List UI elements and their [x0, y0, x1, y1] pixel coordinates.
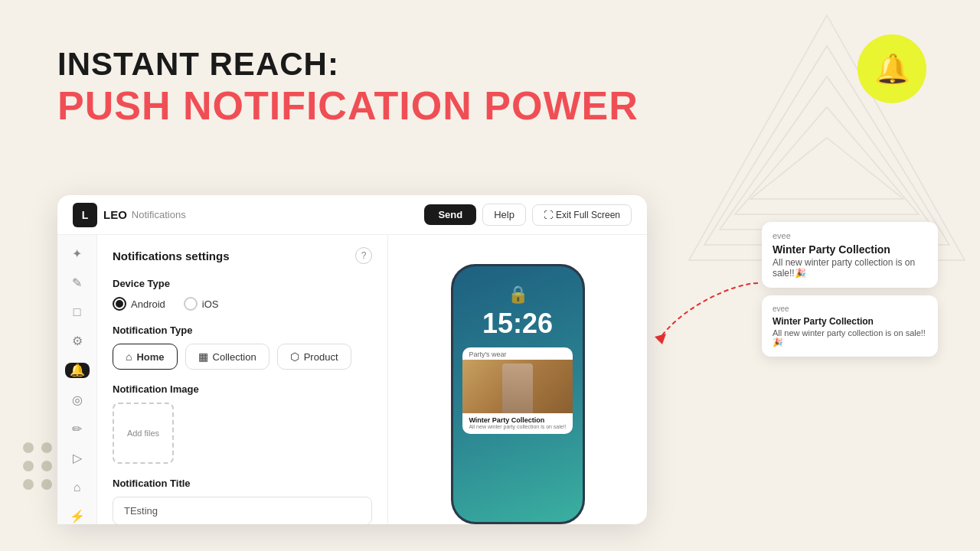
ios-radio[interactable]: iOS [184, 297, 219, 311]
phone-screen: 🔒 15:26 Party's wear Winter Party Collec… [453, 266, 583, 522]
notif-app-name-2: evee [773, 305, 927, 313]
type-btn-collection[interactable]: ▦ Collection [185, 344, 270, 370]
dot [23, 461, 34, 471]
phone-card-image [462, 360, 572, 413]
app-subtitle: Notifications [132, 209, 186, 220]
notification-title-label: Notification Title [113, 478, 372, 489]
sidebar-icon-bolt[interactable]: ⚡ [65, 509, 90, 524]
home-type-label: Home [136, 351, 164, 363]
exit-label: Exit Full Screen [556, 210, 620, 220]
phone-card-footer: Winter Party Collection All new winter p… [462, 413, 572, 434]
phone-mockup: 🔒 15:26 Party's wear Winter Party Collec… [451, 264, 585, 524]
header-line2: PUSH NOTIFICATION POWER [57, 83, 639, 129]
phone-card-figure [502, 364, 533, 413]
bell-circle: 🔔 [858, 34, 926, 103]
phone-area: 🔒 15:26 Party's wear Winter Party Collec… [388, 235, 647, 524]
ios-radio-outer [184, 297, 198, 311]
send-button[interactable]: Send [424, 204, 476, 225]
svg-marker-3 [735, 107, 919, 214]
notification-card-small: evee Winter Party Collection All new win… [762, 295, 938, 357]
sidebar-icon-sparkle[interactable]: ✦ [65, 246, 90, 261]
app-header-actions: Send Help ⛶ Exit Full Screen [424, 204, 632, 226]
sidebar-icon-doc[interactable]: □ [65, 304, 90, 319]
notif-desc-2: All new winter party collection is on sa… [773, 328, 927, 347]
sidebar-icon-notification[interactable]: 🔔 [65, 363, 90, 378]
sidebar-icon-play[interactable]: ▷ [65, 450, 90, 465]
phone-card-label: Party's wear [462, 347, 572, 360]
help-button[interactable]: Help [482, 204, 526, 226]
bell-icon: 🔔 [874, 52, 910, 86]
notification-type-buttons: ⌂ Home ▦ Collection ⬡ Product [113, 344, 372, 370]
notification-card-large: evee Winter Party Collection All new win… [762, 222, 938, 288]
product-type-label: Product [304, 351, 338, 363]
settings-title: Notifications settings [113, 249, 230, 262]
notif-title-1: Winter Party Collection [773, 243, 927, 256]
settings-header: Notifications settings ? [113, 247, 372, 264]
sidebar-icon-pen[interactable]: ✏ [65, 421, 90, 436]
upload-box[interactable]: Add files [113, 403, 174, 464]
exit-fullscreen-button[interactable]: ⛶ Exit Full Screen [532, 204, 632, 226]
android-label: Android [131, 298, 165, 310]
app-name: LEO [103, 208, 127, 221]
collection-type-label: Collection [213, 351, 256, 363]
phone-card-title: Winter Party Collection [469, 416, 566, 424]
device-type-section: Device Type Android iOS [113, 278, 372, 311]
phone-time: 15:26 [482, 308, 553, 340]
product-type-icon: ⬡ [290, 350, 299, 363]
type-btn-home[interactable]: ⌂ Home [113, 344, 178, 370]
sidebar-nav: ✦ ✎ □ ⚙ 🔔 ◎ ✏ ▷ ⌂ ⚡ [57, 235, 97, 524]
dot [41, 442, 52, 453]
dot [41, 461, 52, 471]
device-type-radio-group: Android iOS [113, 297, 372, 311]
notification-image-label: Notification Image [113, 383, 372, 395]
phone-card-desc: All new winter party collection is on sa… [469, 424, 566, 429]
ios-label: iOS [202, 298, 219, 310]
logo-text: L [82, 209, 89, 221]
notification-title-section: Notification Title [113, 478, 372, 524]
notification-image-section: Notification Image Add files [113, 383, 372, 464]
device-type-label: Device Type [113, 278, 372, 289]
header-section: INSTANT REACH: PUSH NOTIFICATION POWER [57, 46, 639, 129]
settings-help-icon[interactable]: ? [355, 247, 372, 264]
phone-notification-card: Party's wear Winter Party Collection All… [462, 347, 572, 434]
notif-app-name-1: evee [773, 231, 927, 240]
dot [23, 442, 34, 453]
app-panel: L LEO Notifications Send Help ⛶ Exit Ful… [57, 195, 647, 524]
app-body: ✦ ✎ □ ⚙ 🔔 ◎ ✏ ▷ ⌂ ⚡ Notifications settin… [57, 235, 647, 524]
android-radio-inner [116, 300, 123, 308]
sidebar-icon-tag[interactable]: ◎ [65, 392, 90, 407]
notification-type-section: Notification Type ⌂ Home ▦ Collection ⬡ … [113, 324, 372, 370]
app-logo: L [73, 203, 97, 227]
collection-type-icon: ▦ [198, 350, 208, 363]
notification-cards: evee Winter Party Collection All new win… [762, 222, 938, 357]
android-radio[interactable]: Android [113, 297, 165, 311]
sidebar-icon-settings[interactable]: ⚙ [65, 334, 90, 349]
expand-icon: ⛶ [544, 210, 553, 220]
sidebar-icon-edit[interactable]: ✎ [65, 275, 90, 290]
svg-marker-4 [750, 138, 903, 199]
notif-desc-1: All new winter party collection is on sa… [773, 257, 927, 279]
sidebar-icon-home[interactable]: ⌂ [65, 480, 90, 495]
add-files-label: Add files [127, 429, 159, 438]
notification-type-label: Notification Type [113, 324, 372, 336]
settings-panel: Notifications settings ? Device Type And… [97, 235, 388, 524]
dot [41, 479, 52, 490]
phone-lock-icon: 🔒 [508, 285, 528, 305]
app-header: L LEO Notifications Send Help ⛶ Exit Ful… [57, 195, 647, 235]
notification-title-input[interactable] [113, 497, 372, 524]
home-type-icon: ⌂ [126, 350, 132, 363]
dot [23, 479, 34, 490]
header-line1: INSTANT REACH: [57, 46, 639, 83]
notif-title-2: Winter Party Collection [773, 316, 927, 327]
svg-marker-5 [655, 334, 666, 344]
type-btn-product[interactable]: ⬡ Product [277, 344, 351, 370]
android-radio-outer [113, 297, 126, 311]
